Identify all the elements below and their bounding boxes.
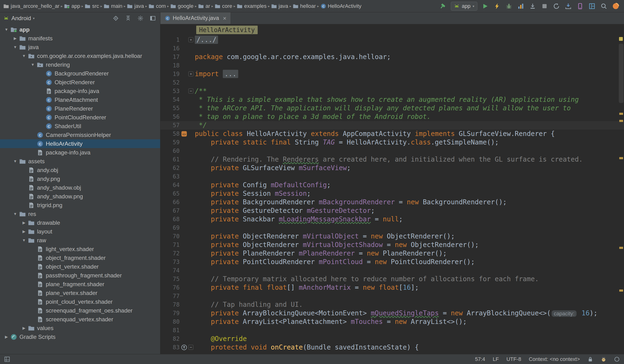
tree-item-res[interactable]: ▼res xyxy=(0,209,160,218)
tree-item-helloaractivity[interactable]: CHelloArActivity xyxy=(0,139,160,148)
close-tab-icon[interactable]: × xyxy=(223,15,226,21)
code-line-66[interactable]: 66 private BackgroundRenderer mBackgroun… xyxy=(160,198,624,207)
code-line-73[interactable]: 73 private PointCloudRenderer mPointClou… xyxy=(160,258,624,266)
code-line-57[interactable]: 57 */ xyxy=(160,121,624,130)
warning-stripe-mark[interactable] xyxy=(619,120,623,122)
code-line-72[interactable]: 72 private PlaneRenderer mPlaneRenderer … xyxy=(160,249,624,258)
chevron-expanded-icon[interactable]: ▼ xyxy=(11,45,19,49)
tree-item-object-vertex-shader[interactable]: object_vertex.shader xyxy=(0,262,160,271)
code-line-80[interactable]: 80 private ArrayList<PlaneAttachment> mT… xyxy=(160,317,624,326)
editor-tab-helloaractivity[interactable]: C HelloArActivity.java × xyxy=(160,12,231,24)
breadcrumb-java[interactable]: java xyxy=(127,3,144,9)
code-line-65[interactable]: 65 private Session mSession; xyxy=(160,189,624,198)
build-button[interactable] xyxy=(439,2,447,10)
code-line-56[interactable]: 56 * tap on a plane to place a 3d model … xyxy=(160,112,624,121)
scrollbar-thumb[interactable] xyxy=(619,44,624,103)
tree-item-screenquad-fragment-oes-shader[interactable]: screenquad_fragment_oes.shader xyxy=(0,306,160,315)
warning-stripe-mark[interactable] xyxy=(619,289,623,292)
breadcrumb-main[interactable]: main xyxy=(104,3,122,9)
tree-item-java[interactable]: ▼java xyxy=(0,43,160,52)
code-line-78[interactable]: 78 // Tap handling and UI. xyxy=(160,300,624,309)
fold-expand-icon[interactable]: + xyxy=(188,37,193,42)
warning-stripe-mark[interactable] xyxy=(619,157,623,159)
code-editor[interactable]: 1+/.../1617package com.google.ar.core.ex… xyxy=(160,36,624,354)
warning-stripe-mark[interactable] xyxy=(619,113,623,115)
tree-item-trigrid-png[interactable]: trigrid.png xyxy=(0,201,160,209)
code-line-19[interactable]: 19+import ... xyxy=(160,70,624,78)
tree-item-andy-shadow-png[interactable]: andy_shadow.png xyxy=(0,192,160,201)
code-line-69[interactable]: 69 xyxy=(160,224,624,232)
toolwindow-switcher-icon[interactable] xyxy=(4,356,10,362)
tree-item-rendering[interactable]: ▼rendering xyxy=(0,60,160,69)
code-line-18[interactable]: 18 xyxy=(160,61,624,70)
override-icon[interactable] xyxy=(181,344,187,350)
tree-item-gradle-scripts[interactable]: ▶Gradle Scripts xyxy=(0,333,160,341)
collapse-all-button[interactable] xyxy=(124,14,132,22)
tree-item-plane-fragment-shader[interactable]: plane_fragment.shader xyxy=(0,280,160,288)
profiler-button[interactable] xyxy=(517,2,525,10)
breadcrumb-java[interactable]: java xyxy=(271,3,288,9)
breadcrumb-helloaractivity[interactable]: CHelloArActivity xyxy=(320,3,362,9)
code-line-70[interactable]: 70 private ObjectRenderer mVirtualObject… xyxy=(160,232,624,241)
breadcrumb-src[interactable]: src xyxy=(85,3,99,9)
code-line-82[interactable]: 82 @Override xyxy=(160,335,624,343)
tree-item-app[interactable]: ▼app xyxy=(0,25,160,34)
code-line-60[interactable]: 60 xyxy=(160,147,624,155)
code-line-68[interactable]: 68 private Snackbar mLoadingMessageSnack… xyxy=(160,215,624,224)
background-tasks-icon[interactable] xyxy=(614,356,620,362)
chevron-collapsed-icon[interactable]: ▶ xyxy=(20,220,28,225)
tree-item-planerenderer[interactable]: CPlaneRenderer xyxy=(0,104,160,113)
chevron-expanded-icon[interactable]: ▼ xyxy=(20,54,28,58)
tree-item-andy-shadow-obj[interactable]: andy_shadow.obj xyxy=(0,183,160,192)
assistant-button[interactable] xyxy=(612,2,620,10)
tree-item-point-cloud-vertex-shader[interactable]: point_cloud_vertex.shader xyxy=(0,297,160,306)
debug-button[interactable] xyxy=(505,2,513,10)
chevron-expanded-icon[interactable]: ▼ xyxy=(29,63,37,67)
code-line-71[interactable]: 71 private ObjectRenderer mVirtualObject… xyxy=(160,241,624,249)
breadcrumb-app[interactable]: app xyxy=(64,3,80,9)
chevron-expanded-icon[interactable]: ▼ xyxy=(11,159,19,163)
xmlgutter-icon[interactable]: <> xyxy=(181,131,187,137)
tree-item-andy-png[interactable]: andy.png xyxy=(0,174,160,183)
code-line-16[interactable]: 16 xyxy=(160,44,624,53)
run-config-select[interactable]: app▾ xyxy=(451,2,477,11)
chevron-collapsed-icon[interactable]: ▶ xyxy=(2,335,10,339)
code-line-61[interactable]: 61 // Rendering. The Renderers are creat… xyxy=(160,155,624,164)
code-line-63[interactable]: 63 xyxy=(160,172,624,181)
run-button[interactable] xyxy=(481,2,489,10)
breadcrumb-class[interactable]: HelloArActivity xyxy=(196,26,258,34)
tree-item-drawable[interactable]: ▶drawable xyxy=(0,218,160,227)
tree-item-shaderutil[interactable]: CShaderUtil xyxy=(0,122,160,130)
tree-item-planeattachment[interactable]: CPlaneAttachment xyxy=(0,95,160,104)
tree-item-screenquad-vertex-shader[interactable]: screenquad_vertex.shader xyxy=(0,315,160,324)
tree-item-raw[interactable]: ▼raw xyxy=(0,236,160,245)
code-line-77[interactable]: 77 xyxy=(160,292,624,300)
breadcrumb-java-arcore-hello-ar[interactable]: java_arcore_hello_ar xyxy=(3,3,59,9)
warning-stripe-mark[interactable] xyxy=(619,247,623,249)
tree-item-layout[interactable]: ▶layout xyxy=(0,227,160,236)
tree-item-values[interactable]: ▶values xyxy=(0,324,160,333)
hide-panel-button[interactable] xyxy=(149,14,157,22)
tree-item-com-google-ar-core-examples-java-helloar[interactable]: ▼com.google.ar.core.examples.java.helloa… xyxy=(0,52,160,60)
caret-position[interactable]: 57:4 xyxy=(475,356,485,362)
attach-debugger-button[interactable] xyxy=(529,2,537,10)
fold-collapse-icon[interactable]: − xyxy=(188,345,193,350)
code-line-76[interactable]: 76 private final float[] mAnchorMatrix =… xyxy=(160,283,624,292)
code-line-79[interactable]: 79 private ArrayBlockingQueue<MotionEven… xyxy=(160,309,624,317)
inspections-profile-icon[interactable] xyxy=(601,356,606,362)
layout-inspector-button[interactable] xyxy=(588,2,596,10)
tree-item-package-info-java[interactable]: package-info.java xyxy=(0,87,160,95)
code-line-83[interactable]: 83− protected void onCreate(Bundle saved… xyxy=(160,343,624,352)
code-line-67[interactable]: 67 private GestureDetector mGestureDetec… xyxy=(160,207,624,215)
settings-button[interactable] xyxy=(136,14,145,22)
breadcrumb-google[interactable]: google xyxy=(170,3,193,9)
code-line-54[interactable]: 54 * This is a simple example that shows… xyxy=(160,95,624,104)
code-line-74[interactable]: 74 xyxy=(160,266,624,275)
code-line-53[interactable]: 53−/** xyxy=(160,87,624,95)
code-line-17[interactable]: 17package com.google.ar.core.examples.ja… xyxy=(160,53,624,61)
tree-item-light-vertex-shader[interactable]: light_vertex.shader xyxy=(0,245,160,253)
breadcrumb-com[interactable]: com xyxy=(149,3,166,9)
chevron-collapsed-icon[interactable]: ▶ xyxy=(11,36,19,41)
code-line-55[interactable]: 55 * the ARCore API. The application wil… xyxy=(160,104,624,112)
code-line-64[interactable]: 64 private Config mDefaultConfig; xyxy=(160,181,624,189)
